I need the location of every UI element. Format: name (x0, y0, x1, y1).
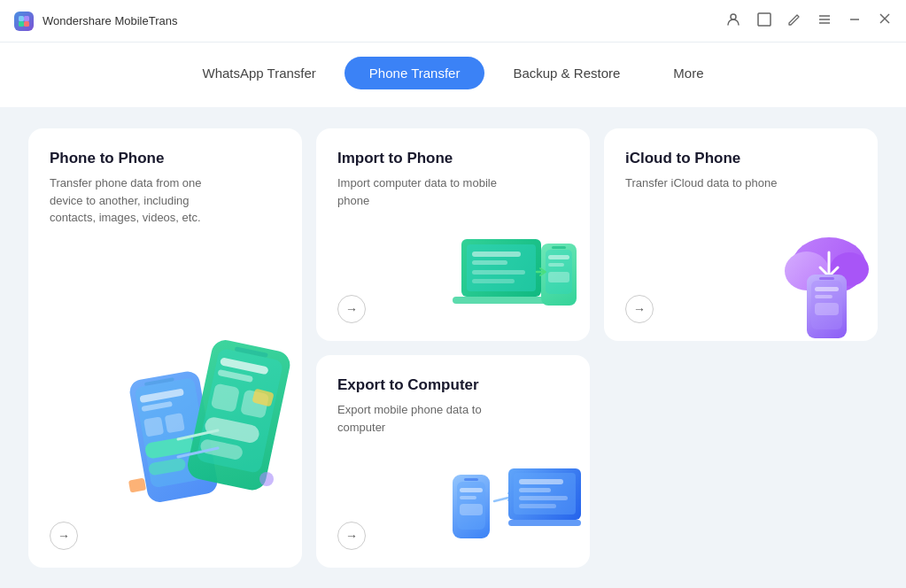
titlebar-left: Wondershare MobileTrans (14, 12, 177, 31)
card-icloud-title: iCloud to Phone (625, 150, 856, 167)
svg-rect-37 (472, 260, 507, 265)
card-phone-to-phone-arrow[interactable]: → (50, 522, 78, 550)
svg-rect-17 (143, 416, 164, 437)
app-name: Wondershare MobileTrans (43, 14, 177, 27)
svg-rect-5 (758, 13, 770, 26)
svg-rect-3 (24, 21, 29, 27)
svg-rect-36 (472, 251, 521, 257)
svg-rect-2 (19, 21, 24, 27)
svg-rect-39 (472, 279, 515, 283)
svg-rect-67 (519, 496, 568, 500)
app-icon (14, 12, 34, 31)
svg-rect-68 (519, 504, 556, 508)
card-export-title: Export to Computer (337, 376, 569, 394)
card-export-desc: Export mobile phone data to computer (337, 401, 497, 436)
svg-rect-0 (19, 16, 24, 21)
svg-rect-45 (548, 272, 569, 282)
svg-rect-60 (460, 496, 476, 499)
card-export-to-computer[interactable]: Export to Computer Export mobile phone d… (316, 355, 590, 568)
tab-backup[interactable]: Backup & Restore (488, 57, 645, 89)
card-phone-to-phone-desc: Transfer phone data from one device to a… (50, 174, 209, 227)
svg-rect-43 (548, 255, 569, 259)
svg-rect-54 (815, 295, 832, 298)
svg-point-32 (259, 472, 274, 486)
card-icloud-desc: Transfer iCloud data to phone (625, 174, 785, 192)
svg-rect-1 (24, 16, 29, 21)
titlebar-controls (725, 12, 892, 31)
svg-rect-59 (460, 488, 483, 492)
svg-rect-55 (815, 303, 839, 315)
tab-more[interactable]: More (648, 57, 728, 89)
card-import-arrow[interactable]: → (337, 295, 366, 323)
close-icon[interactable] (878, 12, 892, 30)
profile-icon[interactable] (725, 12, 741, 31)
svg-rect-26 (211, 383, 240, 413)
card-icloud-arrow[interactable]: → (625, 295, 654, 323)
svg-rect-18 (165, 413, 185, 433)
svg-rect-64 (508, 520, 581, 526)
card-import-title: Import to Phone (337, 150, 569, 167)
svg-rect-34 (467, 244, 536, 291)
import-illustration (448, 226, 590, 341)
svg-rect-38 (472, 270, 525, 275)
tab-phone[interactable]: Phone Transfer (345, 57, 485, 89)
svg-rect-58 (464, 478, 478, 481)
window-icon[interactable] (757, 12, 771, 30)
svg-point-4 (731, 14, 736, 19)
card-import-to-phone[interactable]: Import to Phone Import computer data to … (316, 128, 590, 341)
menu-icon[interactable] (817, 12, 832, 30)
svg-rect-52 (819, 277, 834, 280)
edit-icon[interactable] (787, 12, 801, 30)
main-content: Phone to Phone Transfer phone data from … (0, 107, 906, 588)
svg-rect-66 (519, 488, 551, 492)
minimize-icon[interactable] (848, 12, 862, 30)
svg-rect-53 (815, 287, 839, 291)
card-phone-to-phone[interactable]: Phone to Phone Transfer phone data from … (28, 128, 302, 568)
svg-rect-61 (460, 504, 483, 515)
card-phone-to-phone-title: Phone to Phone (50, 150, 281, 167)
svg-rect-42 (552, 246, 566, 249)
tab-whatsapp[interactable]: WhatsApp Transfer (177, 57, 340, 89)
svg-rect-44 (548, 263, 564, 267)
cards-grid: Phone to Phone Transfer phone data from … (28, 128, 878, 568)
export-illustration (448, 453, 590, 568)
card-import-desc: Import computer data to mobile phone (337, 174, 497, 209)
card-export-arrow[interactable]: → (337, 522, 366, 550)
svg-rect-65 (519, 479, 563, 484)
phone-to-phone-illustration (116, 302, 293, 550)
titlebar: Wondershare MobileTrans (0, 0, 906, 43)
nav-bar: WhatsApp Transfer Phone Transfer Backup … (0, 43, 906, 107)
icloud-illustration (745, 226, 878, 341)
card-icloud-to-phone[interactable]: iCloud to Phone Transfer iCloud data to … (604, 128, 878, 341)
svg-rect-31 (128, 478, 146, 493)
svg-rect-35 (453, 297, 550, 304)
